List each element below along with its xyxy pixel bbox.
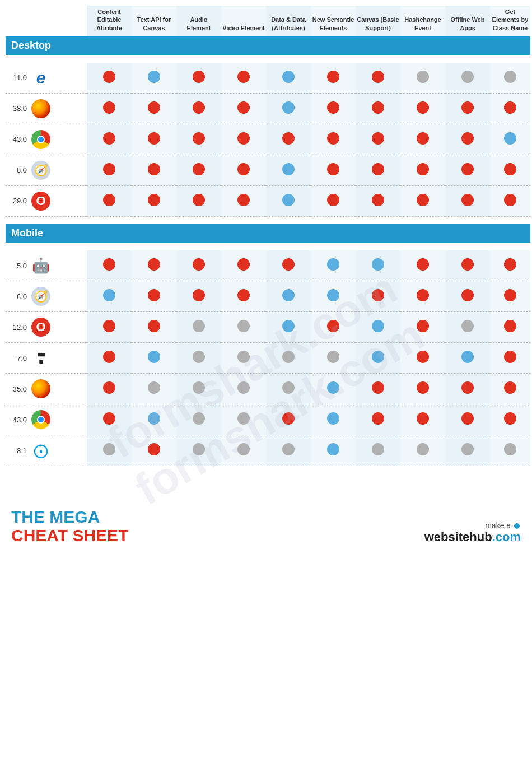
feature-cell [400, 281, 445, 312]
footer-title-line1: THE MEGA [11, 508, 128, 526]
dot-indicator [461, 381, 474, 394]
dot-indicator [504, 443, 516, 455]
browser-icon-wrapper [30, 129, 52, 150]
dot-indicator [148, 101, 160, 114]
dot-indicator [372, 412, 384, 425]
dot-indicator [417, 194, 429, 206]
dot-indicator [372, 289, 384, 301]
feature-cell [87, 435, 132, 466]
feature-cell [176, 250, 221, 281]
dot-indicator [417, 163, 429, 175]
feature-cell [400, 185, 445, 216]
browser-version: 6.0 [10, 292, 27, 301]
dot-indicator [237, 289, 250, 301]
dot-indicator [148, 412, 160, 425]
browser-version: 43.0 [10, 416, 27, 424]
dot-indicator [282, 101, 295, 114]
dot-indicator [282, 71, 295, 83]
feature-cell [311, 124, 356, 155]
dot-indicator [193, 101, 205, 114]
dot-indicator [461, 258, 474, 271]
browser-version: 8.1 [10, 446, 27, 455]
dot-indicator [504, 194, 516, 206]
feature-cell [311, 435, 356, 466]
feature-cell [176, 155, 221, 185]
feature-cell [445, 185, 490, 216]
feature-cell [132, 404, 176, 435]
dot-indicator [103, 101, 115, 114]
dot-indicator [237, 381, 250, 394]
dot-indicator [103, 258, 115, 271]
browser-version: 8.0 [10, 166, 27, 174]
dot-indicator [327, 258, 339, 271]
footer-make-a: make a [424, 521, 521, 530]
browser-icon-wrapper: ⨀ [30, 440, 52, 461]
dot-indicator [148, 163, 160, 175]
feature-cell [87, 124, 132, 155]
firefox-icon [31, 99, 50, 118]
feature-cell [176, 374, 221, 404]
feature-cell [445, 374, 490, 404]
dot-indicator [504, 320, 516, 332]
dot-indicator [461, 71, 474, 83]
col-header-2: Text API for Canvas [132, 6, 176, 36]
feature-cell [266, 155, 311, 185]
col-header-7: Canvas (Basic Support) [356, 6, 400, 36]
dot-indicator [103, 381, 115, 394]
dot-indicator [461, 194, 474, 206]
feature-cell [356, 312, 400, 343]
feature-cell [400, 435, 445, 466]
browser-version: 35.0 [10, 385, 27, 393]
feature-cell [132, 124, 176, 155]
android-icon: 🤖 [32, 257, 50, 274]
dot-indicator [148, 351, 160, 363]
browser-cell: 6.0 🧭 [6, 281, 87, 312]
dot-indicator [327, 132, 339, 145]
table-row: 7.0 ■■■ 41% [6, 343, 530, 374]
dot-indicator [148, 132, 160, 145]
feature-cell [221, 404, 266, 435]
dot-indicator [193, 443, 205, 455]
dot-indicator [372, 320, 384, 332]
browser-cell: 38.0 [6, 93, 87, 124]
safari-icon: 🧭 [31, 161, 50, 180]
feature-cell [445, 63, 490, 94]
browser-version: 38.0 [10, 104, 27, 113]
feature-cell [490, 312, 530, 343]
feature-cell [356, 155, 400, 185]
browser-icon-wrapper [30, 378, 52, 399]
dot-indicator [282, 163, 295, 175]
footer-brand: websitehub.com [424, 530, 521, 545]
dot-indicator [193, 351, 205, 363]
feature-cell [311, 312, 356, 343]
feature-cell [266, 312, 311, 343]
dot-indicator [193, 132, 205, 145]
browser-icon-wrapper: 🧭 [30, 160, 52, 181]
browser-cell: 43.0 [6, 404, 87, 435]
dot-indicator [103, 163, 115, 175]
dot-indicator [504, 412, 516, 425]
col-header-8: Hashchange Event [400, 6, 445, 36]
feature-cell [132, 312, 176, 343]
feature-cell [490, 374, 530, 404]
dot-indicator [461, 289, 474, 301]
feature-cell [311, 404, 356, 435]
feature-cell [356, 435, 400, 466]
feature-cell [400, 374, 445, 404]
feature-cell [356, 250, 400, 281]
browser-cell: 35.0 [6, 374, 87, 404]
browser-icon-wrapper: 🧭 [30, 286, 52, 307]
col-header-6: New Semantic Elements [311, 6, 356, 36]
dot-indicator [327, 443, 339, 455]
dot-indicator [327, 412, 339, 425]
dot-indicator [282, 258, 295, 271]
feature-cell [311, 185, 356, 216]
browser-version: 12.0 [10, 323, 27, 332]
browser-version: 11.0 [10, 73, 27, 82]
footer: THE MEGA CHEAT SHEET make a websitehub.c… [0, 474, 532, 561]
dot-indicator [327, 101, 339, 114]
browser-icon-wrapper: O [30, 190, 52, 212]
feature-cell [400, 155, 445, 185]
feature-cell [445, 281, 490, 312]
col-header-3: Audio Element [176, 6, 221, 36]
